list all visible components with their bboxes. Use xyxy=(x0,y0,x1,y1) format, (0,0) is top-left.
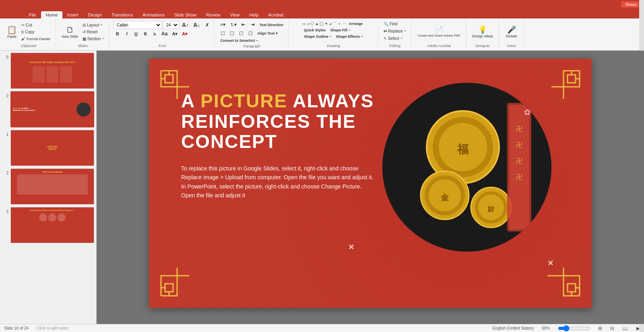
slide-thumb-12[interactable]: THIS IS A CALENDAR xyxy=(10,168,94,205)
highlight-color-button[interactable]: A▾ xyxy=(170,31,179,37)
designer-content: 💡 Design Ideas xyxy=(469,20,496,44)
align-left-button[interactable]: ⬚ xyxy=(219,30,227,37)
tab-help[interactable]: Help xyxy=(244,11,263,18)
shapes-row: ▭ ▱ ⬡ ▲ ◯ ✦ ⊿ ⌒ ＋ ⋯ Arrange xyxy=(302,21,364,27)
shape-fill-button[interactable]: Shape Fill ~ xyxy=(328,27,352,33)
x-marker-3: ✕ xyxy=(348,243,354,252)
tab-insert[interactable]: Insert xyxy=(62,11,83,18)
paste-button[interactable]: 📋 Paste xyxy=(5,25,19,40)
shadow-button[interactable]: s xyxy=(151,31,159,37)
thumb-9-title: YOU COULD USE THREE COLUMNS, WHY NOT? xyxy=(27,59,77,65)
format-painter-button[interactable]: 🖌 Format Painter xyxy=(20,36,52,42)
cut-button[interactable]: ✂ Cut xyxy=(20,22,52,28)
indent-increase-button[interactable]: ⇥ xyxy=(249,21,257,28)
indent-decrease-button[interactable]: ⇤ xyxy=(239,21,248,28)
tab-file[interactable]: File xyxy=(24,11,41,18)
slide-number-10: 0 xyxy=(2,91,8,98)
slide-title-line2: REINFORCES THE CONCEPT xyxy=(181,111,407,152)
thumb-9-cols xyxy=(33,66,72,82)
thumb-13-title: INFOGRAPHICS MAKE YOUR IDEA UNDERSTANDAB… xyxy=(30,209,74,211)
bold-button[interactable]: B xyxy=(114,31,122,37)
design-ideas-button[interactable]: 💡 Design Ideas xyxy=(470,25,495,39)
slides-label: Slides xyxy=(78,44,88,49)
tab-design[interactable]: Design xyxy=(83,11,107,18)
slide-thumb-10[interactable]: A PICTURE ALWAYS REINFORCES THE CONCEPT xyxy=(10,91,94,127)
numbered-list-button[interactable]: ⒈▾ xyxy=(228,21,238,29)
align-right-button[interactable]: ⬚ xyxy=(237,30,245,37)
convert-smartart-button[interactable]: Convert to SmartArt ~ xyxy=(219,38,260,43)
tab-view[interactable]: View xyxy=(225,11,245,18)
dictate-icon: 🎤 xyxy=(507,26,516,33)
font-decrease-button[interactable]: A↓ xyxy=(192,21,202,29)
svg-text:卍: 卍 xyxy=(516,158,522,164)
main-layout: 9 YOU COULD USE THREE COLUMNS, WHY NOT? … xyxy=(0,51,644,324)
reset-button[interactable]: ↺ Reset xyxy=(81,29,106,35)
copy-icon: ⎘ xyxy=(21,30,24,34)
strikethrough-button[interactable]: S xyxy=(141,31,149,37)
replace-button[interactable]: ⇄ Replace ~ xyxy=(382,28,408,34)
svg-rect-11 xyxy=(568,284,576,292)
select-button[interactable]: ↖ Select ~ xyxy=(382,35,404,41)
ribbon-group-drawing: ▭ ▱ ⬡ ▲ ◯ ✦ ⊿ ⌒ ＋ ⋯ Arrange Quick Styles… xyxy=(289,19,378,49)
layout-button[interactable]: ⊟ Layout ~ xyxy=(81,22,106,28)
quick-styles-button[interactable]: Quick Styles xyxy=(302,27,327,33)
find-button[interactable]: 🔍 Find xyxy=(382,21,399,27)
ribbon-tabs: File Home Insert Design Transitions Anim… xyxy=(0,9,644,18)
bullet-list-button[interactable]: ≡▾ xyxy=(219,21,227,28)
justify-button[interactable]: ⬚ xyxy=(246,30,254,37)
underline-button[interactable]: U xyxy=(132,31,140,37)
tab-review[interactable]: Review xyxy=(201,11,225,18)
italic-button[interactable]: I xyxy=(123,31,131,37)
thumb-12-cal xyxy=(17,174,88,195)
new-slide-button[interactable]: 🗋 New Slide xyxy=(60,25,80,40)
slide-number-13: 3 xyxy=(2,207,8,214)
create-share-pdf-button[interactable]: 📄 Create and Share Adobe PDF xyxy=(415,25,462,39)
thumb-13-icons xyxy=(39,213,66,221)
zoom-slider[interactable] xyxy=(558,326,590,330)
thumb-12-bg: THIS IS A CALENDAR xyxy=(11,169,94,204)
slide-number-11: 1 xyxy=(2,130,8,137)
section-button[interactable]: ▦ Section ~ xyxy=(81,36,106,42)
align-text-button[interactable]: Align Text ▾ xyxy=(256,31,279,36)
reading-view-button[interactable]: 📖 xyxy=(622,326,628,331)
slide-panel[interactable]: 9 YOU COULD USE THREE COLUMNS, WHY NOT? … xyxy=(0,51,97,324)
coins-svg: 福 金 財 卍 卍 卍 xyxy=(382,83,551,252)
tab-transitions[interactable]: Transitions xyxy=(107,11,138,18)
font-color-button[interactable]: A▾ xyxy=(180,31,189,37)
font-name-select[interactable]: Calibri xyxy=(114,21,162,29)
text-direction-button[interactable]: Text Direction xyxy=(258,22,285,28)
arrange-button[interactable]: Arrange xyxy=(347,21,365,27)
slide-body-text[interactable]: To replace this picture in Google Slides… xyxy=(181,164,374,200)
slide-thumb-11[interactable]: AWESOMEWORDS xyxy=(10,130,94,166)
ribbon-group-adobe: 📄 Create and Share Adobe PDF Adobe Acrob… xyxy=(412,19,466,49)
tab-home[interactable]: Home xyxy=(41,11,62,18)
tab-animations[interactable]: Animations xyxy=(138,11,169,18)
share-button[interactable]: Share xyxy=(621,1,641,8)
drawing-row3: Shape Outline ~ Shape Effects ~ xyxy=(302,34,365,39)
clear-format-button[interactable]: ✗ xyxy=(203,22,211,29)
cut-icon: ✂ xyxy=(21,23,25,27)
adobe-content: 📄 Create and Share Adobe PDF xyxy=(415,20,463,44)
svg-rect-5 xyxy=(568,75,576,83)
slide-canvas[interactable]: ✕ ✕ ✕ ✕ 福 金 xyxy=(149,59,592,308)
slide-thumb-13[interactable]: INFOGRAPHICS MAKE YOUR IDEA UNDERSTANDAB… xyxy=(10,207,94,243)
normal-view-button[interactable]: ⊞ xyxy=(598,326,602,331)
font-increase-button[interactable]: A↑ xyxy=(180,21,190,29)
slide-thumb-9[interactable]: YOU COULD USE THREE COLUMNS, WHY NOT? xyxy=(10,53,94,89)
copy-button[interactable]: ⎘ Copy xyxy=(20,29,52,35)
tab-slideshow[interactable]: Slide Show xyxy=(169,11,201,18)
shape-outline-button[interactable]: Shape Outline ~ xyxy=(302,34,333,39)
svg-text:卍: 卍 xyxy=(516,125,522,132)
font-size-select[interactable]: 24 xyxy=(163,21,179,29)
pdf-icon: 📄 xyxy=(435,27,443,33)
notes-label[interactable]: Click to add notes xyxy=(37,326,69,330)
dictate-button[interactable]: 🎤 Dictate xyxy=(504,25,519,39)
font-size-input[interactable]: Aa xyxy=(160,30,169,37)
align-center-button[interactable]: ⬚ xyxy=(228,30,236,37)
canvas-area[interactable]: ✕ ✕ ✕ ✕ 福 金 xyxy=(97,51,644,324)
slide-sorter-button[interactable]: ⊟ xyxy=(610,326,614,331)
section-icon: ▦ xyxy=(83,37,86,41)
tab-acrobat[interactable]: Acrobat xyxy=(263,11,288,18)
svg-rect-28 xyxy=(509,105,529,230)
shape-effects-button[interactable]: Shape Effects ~ xyxy=(334,34,365,39)
